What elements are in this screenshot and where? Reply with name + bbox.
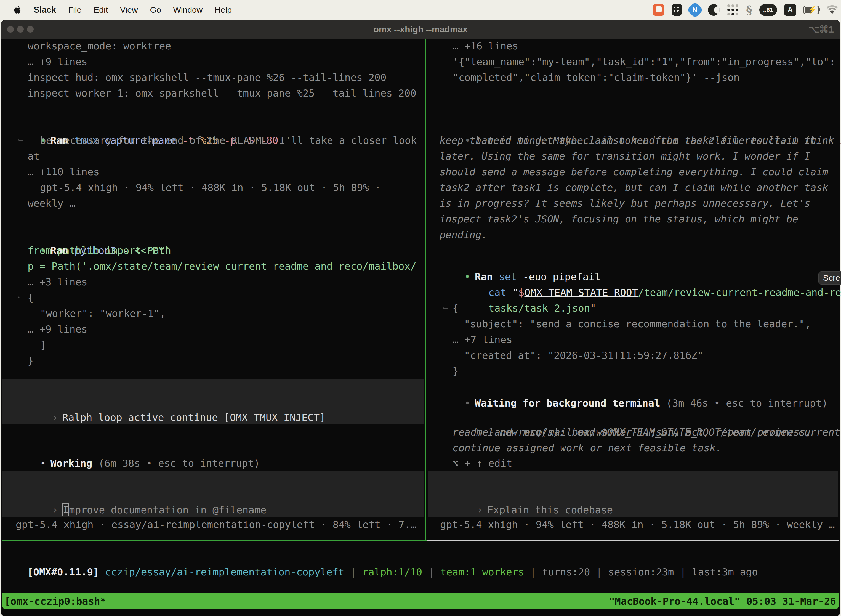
waiting-status-line: •Waiting for background terminal(3m 46s …: [428, 380, 828, 395]
code-line: cat"$OMX_TEAM_STATE_ROOT/team/review-cur…: [453, 269, 841, 285]
text-cursor: I: [62, 503, 69, 516]
blue-diamond-icon[interactable]: N: [687, 1, 703, 18]
working-status-line: •Working(6m 38s • esc to interrupt): [4, 440, 260, 455]
omx-hud-status-line: [OMX#0.11.9]cczip/essay/ai-reimplementat…: [3, 549, 758, 564]
output-line: … +9 lines: [28, 321, 88, 337]
command-line-tmux: •Rantmuxcapture-pane-t%25-p-S-80: [4, 117, 278, 132]
output-connector: [18, 129, 23, 141]
mailbox-message-line: readme-and-reco/mailbox/worker-1.json, a…: [453, 424, 811, 440]
screen-record-indicator-icon[interactable]: [653, 4, 664, 16]
window-title: omx --xhigh --madmax: [0, 20, 841, 39]
pane-border-active[interactable]: [2, 540, 426, 541]
prompt-placeholder: mprove documentation in @filename: [69, 504, 266, 516]
session-status-line: gpt-5.4 xhigh · 94% left · 488K in · 5.1…: [440, 517, 835, 532]
output-line: ]: [40, 337, 46, 353]
chevron-prompt-icon: ›: [52, 504, 58, 516]
edit-hint: ⌥ + ↑ edit: [453, 455, 512, 471]
output-connector: [442, 265, 448, 309]
output-line: … +110 lines: [28, 164, 99, 180]
command-line-set: •Ranset-euo pipefail: [428, 253, 601, 269]
thinking-line: •I need to get the claim token from the …: [429, 117, 841, 132]
menu-help[interactable]: Help: [215, 5, 232, 15]
output-line: at: [28, 148, 40, 164]
output-line: "created_at": "2026-03-31T11:59:27.816Z": [464, 348, 703, 363]
dots-grid-icon[interactable]: [727, 4, 739, 16]
hud-team-workers: team:1 workers: [440, 566, 524, 578]
ralph-loop-banner: ›Ralph loop active continue [OMX_TMUX_IN…: [2, 378, 424, 424]
config-line: inspect_hud: omx sparkshell --tmux-pane …: [28, 70, 386, 85]
mailbox-message-line: ↳1 new msg(s): read $OMX_TEAM_STATE_ROOT…: [441, 408, 841, 424]
tmux-session-name: [omx-cczip0:bash*: [4, 593, 106, 609]
code-line: tasks/task-2.json": [453, 285, 596, 300]
thinking-line: is in progress? It seems likely but perh…: [440, 195, 810, 211]
prompt-input-box[interactable]: ›Improve documentation in @filename: [2, 471, 424, 517]
status-bullet: •: [40, 458, 46, 469]
mailbox-message-line: continue assigned work or next feasible …: [453, 440, 722, 456]
collapsed-lines: … +3 lines: [28, 274, 88, 290]
output-line: be necessary for the end of the README. …: [40, 132, 417, 148]
menu-bar: Slack File Edit View Go Window Help N § …: [0, 0, 841, 20]
menu-view[interactable]: View: [120, 5, 138, 15]
thinking-line: keep that in mind. Maybe I also need the…: [440, 132, 816, 148]
apple-logo-icon[interactable]: [14, 6, 22, 14]
output-line: "subject": "send a concise recommendatio…: [464, 316, 811, 332]
output-line: {: [28, 290, 34, 305]
output-connector: [18, 238, 23, 298]
chevron-prompt-icon: ›: [477, 504, 483, 516]
code-line: p = Path('.omx/state/team/review-current…: [28, 258, 416, 274]
screen: Slack File Edit View Go Window Help N § …: [0, 0, 841, 616]
input-source-icon[interactable]: A: [784, 4, 796, 16]
config-line: … +9 lines: [28, 54, 88, 70]
tmux-status-bar: [omx-cczip0:bash* "MacBook-Pro-44.local"…: [2, 593, 839, 609]
menu-app-name[interactable]: Slack: [34, 5, 56, 15]
hud-last-activity: last:3m ago: [692, 566, 757, 578]
output-line: }: [453, 363, 459, 379]
hud-ralph-counter: ralph:1/10: [362, 566, 422, 578]
thinking-line: later. Using the same for transition mig…: [440, 148, 810, 164]
wifi-icon[interactable]: [826, 5, 838, 15]
chevron-prompt-icon: ›: [52, 412, 58, 423]
menu-file[interactable]: File: [68, 5, 81, 15]
pane-border-inactive[interactable]: [426, 540, 839, 541]
hud-turns: turns:20: [542, 566, 590, 578]
omx-version: [OMX#0.11.9]: [27, 566, 99, 578]
shield-grid-icon[interactable]: [672, 4, 682, 16]
battery-charging-icon[interactable]: ⚡: [803, 6, 819, 14]
collapsed-lines: … +7 lines: [453, 332, 512, 348]
output-line: "worker": "worker-1",: [40, 305, 166, 321]
code-line: from pathlib import Path: [28, 243, 171, 258]
menu-window[interactable]: Window: [173, 5, 203, 15]
thinking-line: pending.: [440, 227, 487, 243]
status-bullet: •: [464, 397, 470, 409]
hud-repo: cczip/essay/ai-reimplementation-copyleft: [105, 566, 344, 578]
output-line: {: [453, 300, 459, 316]
output-line: '{"team_name":"my-team","task_id":"1","f…: [453, 54, 835, 70]
hud-session-time: session:23m: [608, 566, 674, 578]
output-line: }: [28, 353, 34, 368]
charging-bolt-icon: ⚡: [808, 5, 817, 14]
config-line: workspace_mode: worktree: [28, 38, 171, 54]
prompt-input-box[interactable]: ›Explain this codebase: [428, 471, 838, 517]
window-shortcut-hint: ⌥⌘1: [809, 20, 834, 39]
prompt-placeholder: Explain this codebase: [487, 504, 613, 516]
output-line: weekly …: [28, 195, 75, 211]
pane-divider[interactable]: [425, 39, 426, 540]
output-line: "completed","claim_token":"claim-token"}…: [453, 70, 740, 85]
thinking-line: task2 after task1 is complete, but can I…: [440, 180, 828, 195]
config-line: inspect_worker-1: omx sparkshell --tmux-…: [28, 85, 416, 101]
collapsed-lines: … +16 lines: [453, 38, 518, 54]
tmux-host-clock: "MacBook-Pro-44.local" 05:03 31-Mar-26: [609, 593, 836, 609]
menu-go[interactable]: Go: [150, 5, 161, 15]
thinking-line: should send a message before completing …: [440, 164, 828, 180]
screen-overlay-tooltip: Scre: [818, 271, 841, 285]
session-status-line: gpt-5.4 xhigh · essay/ai-reimplementatio…: [16, 517, 416, 532]
squiggle-icon[interactable]: §: [746, 3, 752, 17]
badge-61-icon[interactable]: ..61: [759, 4, 777, 16]
ralph-loop-text: Ralph loop active continue [OMX_TMUX_INJ…: [62, 412, 325, 423]
output-line: gpt-5.4 xhigh · 94% left · 488K in · 5.1…: [40, 180, 381, 195]
menu-edit[interactable]: Edit: [94, 5, 108, 15]
command-line-python: •Ranpython3-<<'PY': [4, 227, 170, 243]
dark-crescent-icon[interactable]: [708, 4, 719, 16]
thinking-line: inspect task2's JSON, focusing on the st…: [440, 211, 798, 227]
